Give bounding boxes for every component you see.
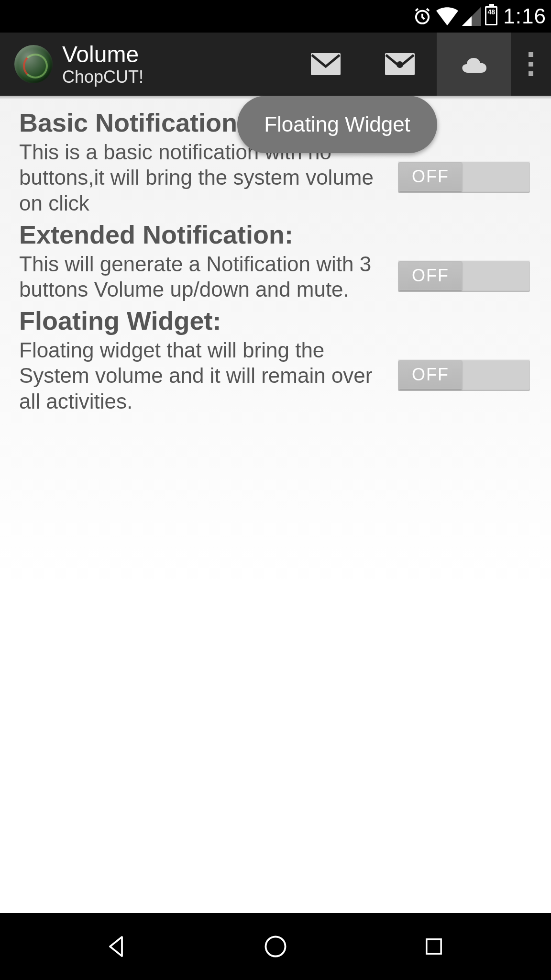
action-bar-titles: Volume ChopCUT! bbox=[62, 42, 288, 87]
tooltip-floating-widget: Floating Widget bbox=[237, 96, 437, 153]
floating-widget-toggle[interactable]: OFF bbox=[398, 359, 530, 391]
extended-notification-toggle[interactable]: OFF bbox=[398, 260, 530, 292]
setting-description: This will generate a Notification with 3… bbox=[19, 251, 388, 302]
tooltip-label: Floating Widget bbox=[264, 112, 410, 136]
content-area: Basic Notification: This is a basic noti… bbox=[0, 96, 551, 913]
nav-back-button[interactable] bbox=[88, 918, 146, 975]
cell-signal-icon bbox=[462, 7, 481, 26]
app-title: Volume bbox=[62, 42, 288, 67]
battery-percent: 48 bbox=[486, 9, 496, 15]
basic-notification-toggle[interactable]: OFF bbox=[398, 161, 530, 193]
setting-description: Floating widget that will bring the Syst… bbox=[19, 337, 388, 414]
svg-point-4 bbox=[265, 937, 285, 957]
device-frame: 48 1:16 Volume ChopCUT! bbox=[0, 0, 551, 980]
cloud-button[interactable] bbox=[437, 33, 511, 96]
setting-extended-notification: Extended Notification: This will generat… bbox=[19, 219, 532, 302]
svg-point-3 bbox=[397, 61, 403, 68]
status-clock: 1:16 bbox=[503, 4, 546, 28]
nav-recents-button[interactable] bbox=[405, 918, 463, 975]
overflow-dot-icon bbox=[529, 62, 533, 67]
action-bar: Volume ChopCUT! bbox=[0, 33, 551, 96]
nav-home-button[interactable] bbox=[247, 918, 304, 975]
svg-rect-5 bbox=[426, 939, 441, 954]
app-subtitle: ChopCUT! bbox=[62, 67, 288, 87]
toggle-thumb: OFF bbox=[399, 360, 462, 389]
setting-floating-widget: Floating Widget: Floating widget that wi… bbox=[19, 305, 532, 414]
alarm-icon bbox=[412, 6, 432, 26]
setting-title: Floating Widget: bbox=[19, 305, 532, 336]
overflow-dot-icon bbox=[529, 71, 533, 76]
overflow-dot-icon bbox=[529, 52, 533, 57]
battery-icon: 48 bbox=[485, 6, 497, 26]
wifi-icon bbox=[436, 7, 458, 26]
mail-button[interactable] bbox=[288, 33, 363, 96]
toggle-thumb: OFF bbox=[399, 162, 462, 191]
app-icon bbox=[14, 45, 53, 83]
status-bar: 48 1:16 bbox=[0, 0, 551, 33]
setting-title: Extended Notification: bbox=[19, 219, 532, 250]
mail-read-button[interactable] bbox=[363, 33, 437, 96]
overflow-menu-button[interactable] bbox=[511, 33, 551, 96]
toggle-thumb: OFF bbox=[399, 261, 462, 290]
navigation-bar bbox=[0, 913, 551, 980]
